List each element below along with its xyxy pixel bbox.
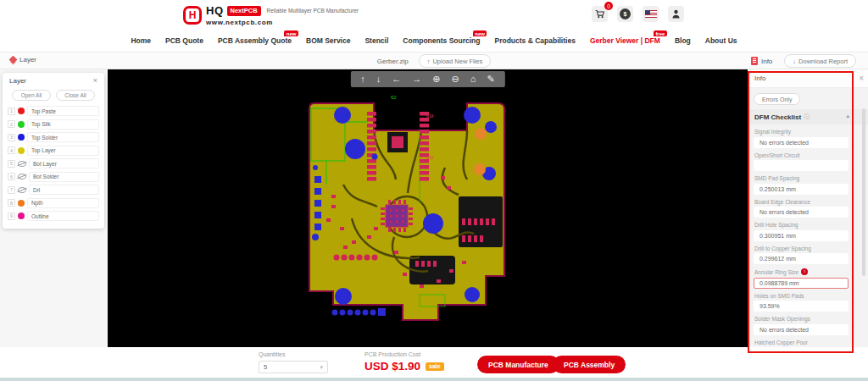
nav-item-pcb-quote[interactable]: PCB Quote [165,36,203,45]
cart-count-badge: 0 [604,2,613,10]
layer-row[interactable]: 6 Bot Solder [3,172,104,182]
layer-panel: Layer × Open All Close All 1 Top Paste [3,73,104,229]
dfm-field: Signal Integrity No errors detected [754,129,849,148]
gerber-canvas[interactable]: ↑ ↓ ← → ⊕ ⊖ ⌂ ✎ 62 [108,69,748,347]
nav-item-stencil[interactable]: Stencil [364,36,388,45]
layer-number: 7 [8,186,15,194]
nav-item-components-sourcing[interactable]: Components Sourcing new [403,36,480,45]
nav-item-about-us[interactable]: About Us [705,36,737,45]
dfm-field-value[interactable]: 0.0988789 mm [754,278,849,289]
layer-number: 8 [8,199,15,207]
pcb-assembly-button[interactable]: PCB Assembly [553,356,626,373]
eye-off-icon[interactable] [18,174,26,179]
logo-badge: NextPCB [227,6,261,16]
dfm-field-value[interactable]: No errors detected [754,137,849,148]
pcb-manufacture-button[interactable]: PCB Manufacture [477,356,559,373]
dfm-field-value[interactable]: No errors detected [754,207,849,218]
layer-number: 6 [8,173,15,180]
layer-panel-close-icon[interactable]: × [93,77,97,85]
layer-color-dot[interactable] [18,200,25,207]
info-toggle-button[interactable]: Info [751,57,772,65]
dfm-field-label: Annular Ring Size [754,269,798,275]
layer-row[interactable]: 3 Top Solder [3,132,104,142]
fit-home-icon[interactable]: ⌂ [470,75,476,84]
layer-number: 9 [8,213,15,220]
layer-label: Npth [27,198,99,208]
user-account-icon[interactable] [668,6,684,22]
open-all-button[interactable]: Open All [12,90,51,101]
main-area: Layer × Open All Close All 1 Top Paste [0,69,868,347]
layer-row[interactable]: 5 Bot Layer [3,158,104,168]
close-all-button[interactable]: Close All [56,90,95,101]
dfm-field-value[interactable]: 93.59% [754,301,849,312]
layer-number: 1 [8,108,15,115]
dfm-field: Hatched Copper Pour [754,340,849,348]
layer-row[interactable]: 2 Top Silk [3,119,104,130]
info-circle-icon[interactable]: ⓘ [804,113,810,121]
errors-only-button[interactable]: Errors Only [754,93,800,105]
zoom-in-icon[interactable]: ⊕ [432,75,440,84]
layer-row[interactable]: 9 Outline [3,211,104,221]
nav-item-blog[interactable]: Blog [675,36,691,45]
dfm-field-label: Solder Mask Openings [754,316,810,322]
cart-glyph [594,8,605,19]
eye-off-icon[interactable] [18,161,26,167]
eye-off-icon[interactable] [18,187,26,193]
measure-icon[interactable]: ✎ [487,75,494,84]
quantity-value: 5 [264,363,267,371]
dfm-field-value[interactable]: 0.300951 mm [754,230,849,241]
error-badge-icon [801,268,808,275]
layer-color-dot[interactable] [18,213,25,219]
zoom-out-icon[interactable]: ⊖ [452,75,459,84]
canvas-toolbar: ↑ ↓ ← → ⊕ ⊖ ⌂ ✎ [350,71,504,87]
layer-label: Outline [27,211,99,221]
nav-item-gerber-viewer[interactable]: Gerber Viewer | DFM free [590,36,660,45]
bottom-accent-strip [0,378,868,381]
production-cost-label: PCB Production Cost [364,351,420,357]
nav-item-pcb-assembly-quote[interactable]: PCB Assembly Quote new [218,36,292,45]
cart-icon[interactable]: 0 [592,6,608,22]
info-panel-title: Info [754,75,765,82]
left-sidebar: Layer × Open All Close All 1 Top Paste [0,69,108,347]
dfm-field-list: Signal Integrity No errors detected Open… [748,124,854,347]
pan-up-icon[interactable]: ↑ [360,75,365,84]
language-flag-icon[interactable] [643,6,659,22]
dfm-field-label: Board Edge Clearance [754,199,810,205]
dfm-field-value[interactable]: 0.299612 mm [754,253,849,264]
dfm-field-value[interactable]: 0.250013 mm [754,184,849,195]
logo-tagline: Reliable Multilayer PCB Manufacturer [267,8,359,14]
pan-down-icon[interactable]: ↓ [376,75,381,84]
layer-number: 2 [8,120,15,128]
nav-item-home[interactable]: Home [131,36,151,45]
person-glyph [670,8,682,19]
pan-right-icon[interactable]: → [412,75,421,84]
download-report-button[interactable]: ↓ Download Report [784,54,856,68]
svg-text:62: 62 [391,95,397,100]
quantity-select[interactable]: 5 ▾ [259,361,328,373]
dfm-field-value[interactable]: No errors detected [754,324,849,335]
dfm-field-label: Hatched Copper Pour [754,340,808,345]
layer-row[interactable]: 8 Npth [3,198,104,208]
collapse-chevron-icon[interactable]: ▴ [846,113,849,119]
pan-left-icon[interactable]: ← [392,75,401,84]
upload-new-files-button[interactable]: ↑ Upload New Files [419,54,492,68]
layer-row[interactable]: 4 Top Layer [3,146,104,156]
info-panel-close-icon[interactable]: × [859,74,864,83]
layer-row[interactable]: 1 Top Paste [3,106,104,116]
layer-color-dot[interactable] [18,121,25,128]
layer-color-dot[interactable] [18,108,25,114]
main-nav: Home PCB Quote PCB Assembly Quote new BO… [0,30,868,52]
layer-color-dot[interactable] [18,134,25,141]
dfm-field-label: Drill Hole Spacing [754,222,798,228]
nav-item-products-capabilities[interactable]: Products & Capabilities [494,36,575,45]
dfm-field-label: SMD Pad Spacing [754,175,799,181]
dfm-field-label: Holes on SMD Pads [754,293,804,299]
nav-item-bom-service[interactable]: BOM Service [306,36,350,45]
layer-color-dot[interactable] [18,147,25,154]
layer-row[interactable]: 7 Drl [3,185,104,195]
coins-icon[interactable]: $ [617,6,633,22]
nextpcb-logo[interactable]: H HQ NextPCB Reliable Multilayer PCB Man… [183,4,359,26]
layer-label: Top Layer [27,146,99,156]
dfm-field-value[interactable] [754,160,849,171]
info-panel-scrollbar[interactable] [862,108,865,276]
